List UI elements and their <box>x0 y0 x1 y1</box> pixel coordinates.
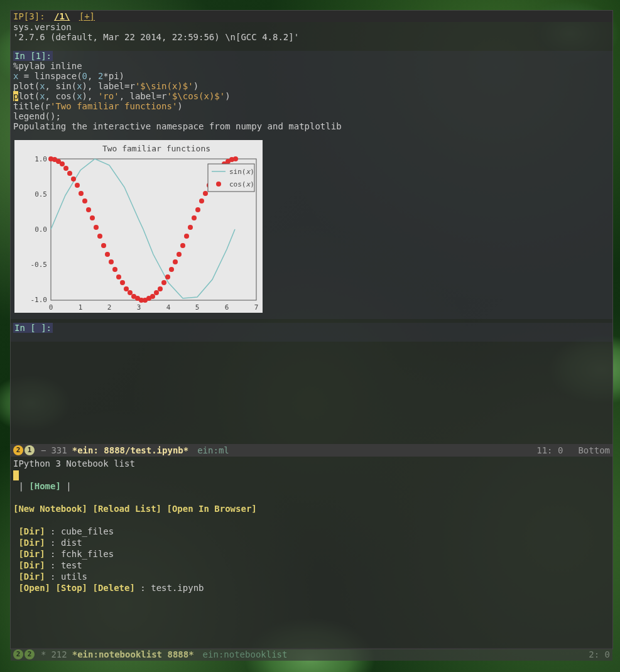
list-item[interactable]: [Dir] : utils <box>13 571 610 582</box>
delete-button[interactable]: [Delete] <box>92 583 134 593</box>
svg-text:-0.5: -0.5 <box>31 261 48 269</box>
chart-output: Two familiar functions 1.0 0.5 0.0 -0.5 … <box>14 140 263 313</box>
tabbar: IP[3]: /1\ [+] <box>11 11 612 22</box>
open-button[interactable]: [Open] <box>18 583 50 593</box>
svg-point-64 <box>233 156 238 161</box>
sys-version-call: sys.version <box>11 22 612 32</box>
home-link[interactable]: [Home] <box>29 481 61 491</box>
svg-point-46 <box>165 274 170 279</box>
code-line[interactable]: plot(x, cos(x), 'ro', label=r'$\cos(x)$'… <box>11 91 612 101</box>
cell-empty[interactable]: In [ ]: <box>11 323 612 342</box>
svg-text:-1.0: -1.0 <box>31 296 48 304</box>
svg-point-36 <box>128 290 133 295</box>
dir-label[interactable]: [Dir] <box>18 526 45 536</box>
svg-point-33 <box>116 274 121 279</box>
dir-label[interactable]: [Dir] <box>18 560 45 570</box>
list-item[interactable]: [Dir] : dist <box>13 537 610 548</box>
svg-point-51 <box>184 234 189 239</box>
svg-point-26 <box>90 215 95 220</box>
code-line[interactable]: x = linspace(0, 2*pi) <box>11 71 612 81</box>
svg-point-30 <box>105 252 110 257</box>
svg-point-32 <box>112 267 117 272</box>
modeline-bottom: 2 2 * 212 *ein:notebooklist 8888* ein:no… <box>11 648 612 661</box>
svg-point-50 <box>180 243 185 248</box>
cursor-position: 2: 0 <box>589 648 610 661</box>
svg-point-29 <box>101 243 106 248</box>
svg-text:0.5: 0.5 <box>35 190 47 198</box>
scroll-position: Bottom <box>578 444 610 457</box>
notebooklist-pane[interactable]: IPython 3 Notebook list | [Home] | [New … <box>11 457 612 648</box>
svg-point-21 <box>71 176 76 182</box>
code-line[interactable]: %pylab inline <box>11 61 612 71</box>
svg-point-20 <box>67 171 72 176</box>
new-notebook-button[interactable]: [New Notebook] <box>13 504 87 514</box>
svg-text:1: 1 <box>79 303 83 312</box>
svg-point-34 <box>120 280 125 285</box>
svg-point-49 <box>177 252 182 257</box>
svg-text:sin(x): sin(x) <box>229 168 254 176</box>
list-item[interactable]: [Open] [Stop] [Delete] : test.ipynb <box>13 582 610 593</box>
list-item[interactable]: [Dir] : cube_files <box>13 526 610 537</box>
svg-point-22 <box>75 183 80 188</box>
svg-text:1.0: 1.0 <box>35 155 47 163</box>
tab-active[interactable]: /1\ <box>54 11 70 21</box>
nblist-title: IPython 3 Notebook list <box>13 458 610 469</box>
svg-point-45 <box>161 280 166 285</box>
svg-point-48 <box>173 259 178 264</box>
reload-list-button[interactable]: [Reload List] <box>92 504 161 514</box>
svg-text:0.0: 0.0 <box>35 225 47 234</box>
list-item[interactable]: [Dir] : test <box>13 560 610 571</box>
notebook-pane[interactable]: sys.version '2.7.6 (default, Mar 22 2014… <box>11 22 612 444</box>
cursor <box>13 470 19 480</box>
code-line[interactable]: title(r'Two familiar functions') <box>11 101 612 111</box>
emacs-window: IP[3]: /1\ [+] sys.version '2.7.6 (defau… <box>10 10 613 649</box>
tab-new[interactable]: [+] <box>79 11 95 21</box>
svg-point-55 <box>199 198 204 203</box>
cell-output: Populating the interactive namespace fro… <box>11 121 612 131</box>
file-name: test.ipynb <box>151 583 204 593</box>
svg-point-35 <box>124 286 129 291</box>
svg-point-28 <box>97 234 102 239</box>
list-item[interactable]: [Dir] : fchk_files <box>13 548 610 560</box>
svg-text:7: 7 <box>254 303 259 312</box>
svg-point-54 <box>195 207 200 212</box>
svg-point-56 <box>203 191 208 196</box>
svg-text:0: 0 <box>49 303 53 312</box>
modeline-top: 2 1 − 331 *ein: 8888/test.ipynb* ein:ml … <box>11 444 612 457</box>
dir-label[interactable]: [Dir] <box>18 538 45 548</box>
cell-prompt: In [1]: <box>13 51 53 61</box>
svg-point-52 <box>188 225 193 230</box>
badge-icon: 2 <box>24 649 35 659</box>
svg-point-53 <box>192 215 197 220</box>
cell-1[interactable]: In [1]: %pylab inline x = linspace(0, 2*… <box>11 51 612 319</box>
chart-title: Two familiar functions <box>102 144 210 153</box>
buffer-name: *ein: 8888/test.ipynb* <box>72 444 188 457</box>
svg-point-47 <box>169 267 174 272</box>
badge-icon: 2 <box>13 649 23 659</box>
major-mode: ein:ml <box>197 444 229 457</box>
code-line[interactable]: legend(); <box>11 111 612 121</box>
code-line[interactable]: plot(x, sin(x), label=r'$\sin(x)$') <box>11 81 612 91</box>
svg-point-44 <box>158 286 163 291</box>
svg-text:6: 6 <box>225 303 229 312</box>
dir-label[interactable]: [Dir] <box>18 572 45 582</box>
cursor-position: 11: 0 <box>536 444 563 457</box>
open-browser-button[interactable]: [Open In Browser] <box>166 504 256 514</box>
badge-icon: 1 <box>24 445 35 455</box>
svg-point-27 <box>94 225 99 230</box>
svg-point-24 <box>82 198 87 203</box>
stop-button[interactable]: [Stop] <box>55 583 87 593</box>
sys-version-output: '2.7.6 (default, Mar 22 2014, 22:59:56) … <box>11 32 612 42</box>
svg-point-25 <box>86 207 91 212</box>
badge-icon: 2 <box>13 445 23 455</box>
svg-point-18 <box>60 161 65 166</box>
svg-text:cos(x): cos(x) <box>229 180 254 188</box>
tabbar-label: IP[3]: <box>13 11 45 21</box>
svg-point-31 <box>109 259 114 264</box>
svg-text:3: 3 <box>137 303 141 312</box>
dir-label[interactable]: [Dir] <box>18 549 45 559</box>
svg-point-42 <box>150 294 155 299</box>
cell-prompt: In [ ]: <box>13 323 53 333</box>
svg-point-23 <box>79 191 84 196</box>
svg-text:2: 2 <box>107 303 112 312</box>
